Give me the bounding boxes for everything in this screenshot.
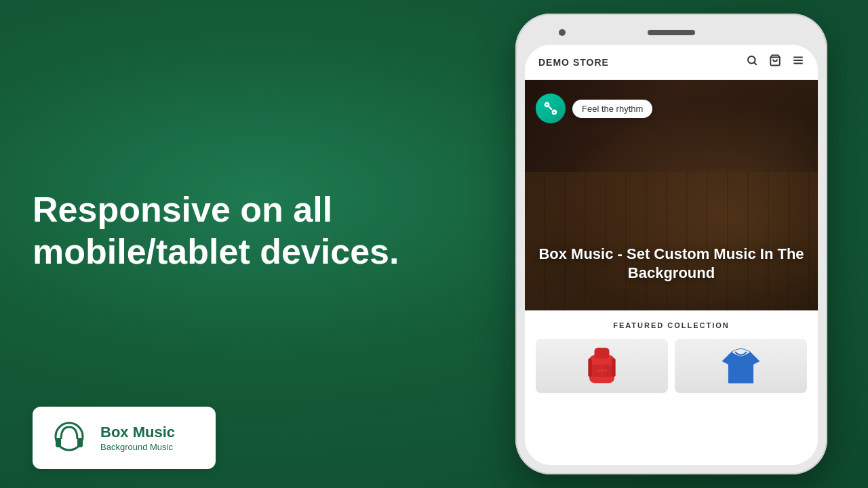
- phone-speaker: [648, 30, 695, 35]
- svg-rect-2: [77, 438, 83, 447]
- plugin-icon: [536, 94, 566, 123]
- product-card-shirt[interactable]: [675, 339, 807, 393]
- hero-banner: Feel the rhythm Box Music - Set Custom M…: [525, 80, 818, 310]
- phone-mockup: DEMO STORE: [515, 14, 827, 474]
- shirt-image: [719, 342, 763, 390]
- featured-title: FEATURED COLLECTION: [536, 321, 807, 329]
- products-grid: [536, 339, 807, 393]
- store-header: DEMO STORE: [525, 45, 818, 80]
- hero-title: Box Music - Set Custom Music In The Back…: [536, 245, 807, 283]
- hero-keyboard-bg: [525, 172, 818, 310]
- svg-line-4: [754, 62, 756, 64]
- store-name: DEMO STORE: [538, 57, 609, 68]
- phone-outer: DEMO STORE: [515, 14, 827, 474]
- hero-tag-area: Feel the rhythm: [536, 94, 652, 123]
- svg-rect-1: [56, 438, 61, 447]
- svg-rect-15: [595, 348, 610, 359]
- logo-box: Box Music Background Music: [33, 407, 216, 469]
- search-icon[interactable]: [746, 54, 758, 70]
- svg-rect-18: [597, 369, 607, 372]
- logo-title: Box Music: [100, 424, 175, 441]
- phone-top-bar: [525, 23, 818, 42]
- logo-icon-container: [49, 418, 90, 458]
- logo-subtitle: Background Music: [100, 442, 175, 452]
- svg-point-3: [748, 56, 755, 64]
- main-heading: Responsive on all mobile/tablet devices.: [33, 188, 467, 273]
- feel-rhythm-badge: Feel the rhythm: [572, 100, 652, 118]
- menu-icon[interactable]: [792, 54, 804, 70]
- headphones-logo-icon: [49, 414, 90, 462]
- svg-line-11: [549, 106, 552, 110]
- logo-text: Box Music Background Music: [100, 424, 175, 451]
- phone-camera: [559, 29, 566, 36]
- backpack-image: [583, 342, 620, 390]
- product-card-backpack[interactable]: [536, 339, 668, 393]
- featured-section: FEATURED COLLECTION: [525, 310, 818, 465]
- svg-rect-19: [588, 359, 592, 378]
- phone-screen: DEMO STORE: [525, 45, 818, 465]
- store-icons: [746, 54, 804, 70]
- svg-rect-20: [612, 359, 616, 378]
- cart-icon[interactable]: [769, 54, 781, 70]
